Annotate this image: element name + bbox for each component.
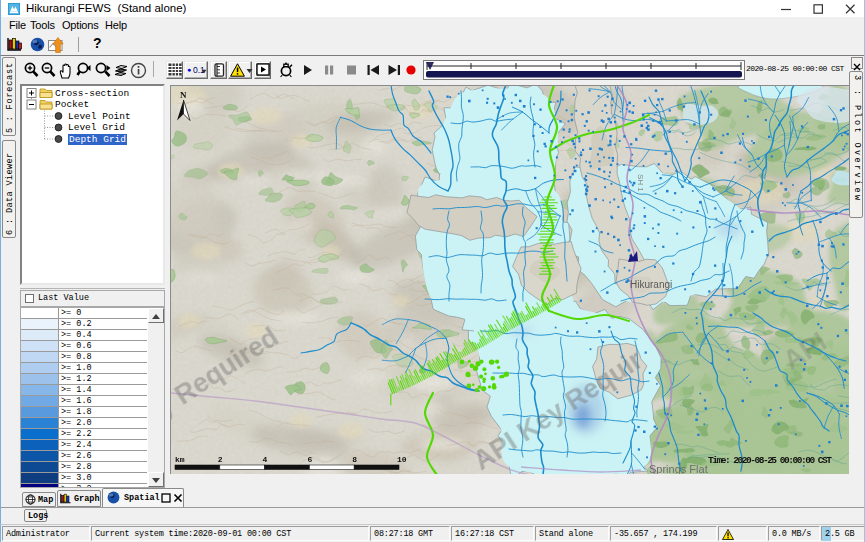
svg-text:8: 8 [352,455,357,464]
svg-text:N: N [180,90,187,100]
svg-text:10: 10 [397,455,407,464]
svg-text:6: 6 [307,455,312,464]
svg-text:Hikurangi: Hikurangi [630,279,672,290]
svg-text:SH 1: SH 1 [636,174,645,192]
svg-text:Time: 2020-08-25 00:00:00 CST: Time: 2020-08-25 00:00:00 CST [708,455,832,466]
svg-text:Springs Flat: Springs Flat [649,463,708,474]
svg-text:km: km [175,455,185,464]
svg-text:2: 2 [218,455,223,464]
svg-text:4: 4 [263,455,268,464]
